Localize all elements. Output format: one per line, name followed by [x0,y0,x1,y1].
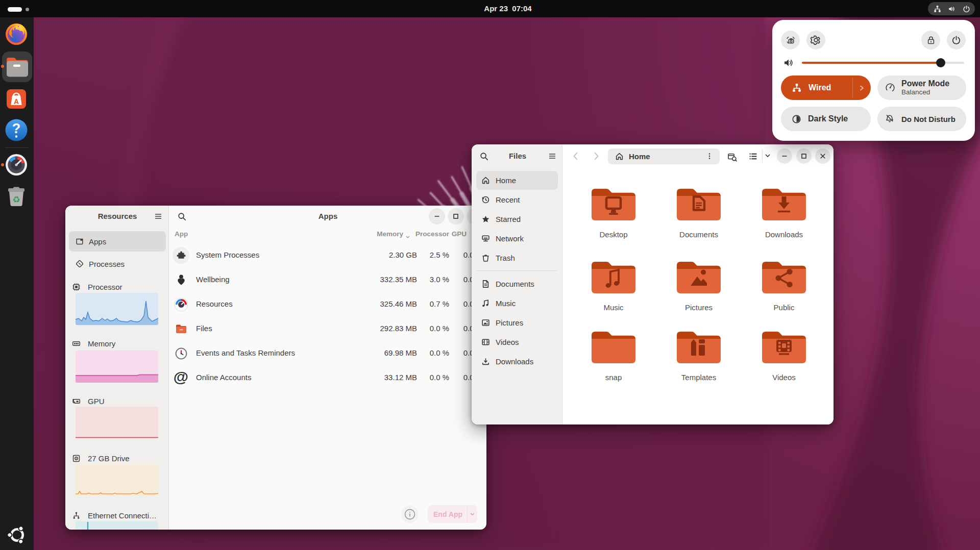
svg-text:A: A [14,97,19,106]
svg-text:♻: ♻ [12,195,20,205]
svg-text:?: ? [12,121,21,136]
